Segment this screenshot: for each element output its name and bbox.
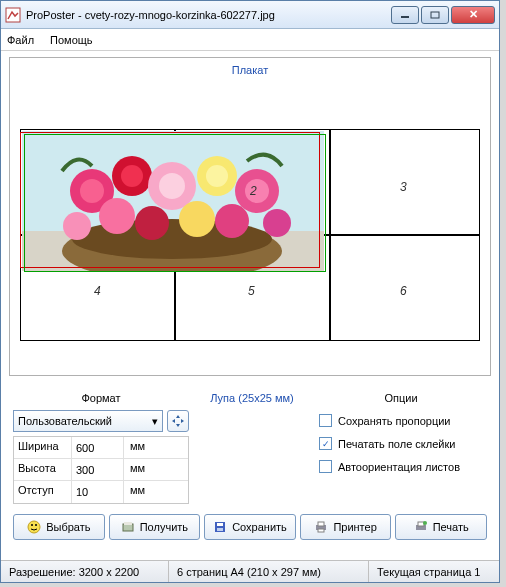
smiley-icon — [27, 520, 41, 534]
svg-point-25 — [35, 524, 37, 526]
svg-point-24 — [31, 524, 33, 526]
print-button[interactable]: Печать — [395, 514, 487, 540]
poster-image — [22, 131, 324, 271]
svg-rect-26 — [123, 524, 133, 531]
format-title: Формат — [13, 392, 189, 404]
svg-point-20 — [215, 204, 249, 238]
poster-label: Плакат — [12, 60, 488, 84]
menu-file[interactable]: Файл — [7, 34, 34, 46]
svg-point-22 — [263, 209, 291, 237]
status-current-page: Текущая страница 1 — [369, 561, 499, 582]
svg-rect-33 — [318, 529, 324, 532]
height-input[interactable] — [72, 459, 124, 480]
svg-rect-30 — [217, 528, 223, 531]
titlebar[interactable]: ProPoster - cvety-rozy-mnogo-korzinka-60… — [1, 1, 499, 29]
height-unit: мм — [124, 459, 151, 480]
options-title: Опции — [315, 392, 487, 404]
window-title: ProPoster - cvety-rozy-mnogo-korzinka-60… — [26, 9, 391, 21]
margin-label: Отступ — [14, 481, 72, 503]
svg-rect-0 — [6, 8, 20, 22]
margin-input[interactable] — [72, 481, 124, 503]
svg-point-12 — [159, 173, 185, 199]
cell-label-2: 2 — [250, 184, 257, 198]
svg-rect-2 — [431, 12, 439, 18]
format-combo-value: Пользовательский — [18, 415, 112, 427]
keep-ratio-option[interactable]: Сохранять пропорции — [319, 414, 487, 427]
auto-orient-option[interactable]: Автоориентация листов — [319, 460, 487, 473]
statusbar: Разрешение: 3200 x 2200 6 страниц A4 (21… — [1, 560, 499, 582]
print-glue-label: Печатать поле склейки — [338, 438, 455, 450]
width-input[interactable] — [72, 437, 124, 458]
poster-panel: Плакат — [9, 57, 491, 376]
cell-label-4: 4 — [94, 284, 101, 298]
chevron-down-icon: ▾ — [152, 415, 158, 428]
close-button[interactable]: ✕ — [451, 6, 495, 24]
svg-rect-32 — [318, 522, 324, 526]
svg-point-14 — [206, 165, 228, 187]
dimensions-table: Ширина мм Высота мм Отступ мм — [13, 436, 189, 504]
get-button[interactable]: Получить — [109, 514, 201, 540]
menubar: Файл Помощь — [1, 29, 499, 51]
checkbox-checked-icon: ✓ — [319, 437, 332, 450]
width-unit: мм — [124, 437, 151, 458]
keep-ratio-label: Сохранять пропорции — [338, 415, 451, 427]
app-icon — [5, 7, 21, 23]
svg-point-21 — [63, 212, 91, 240]
app-window: ProPoster - cvety-rozy-mnogo-korzinka-60… — [0, 0, 500, 583]
poster-grid[interactable]: 2 3 4 5 6 — [20, 84, 480, 359]
printer-icon — [314, 520, 328, 534]
checkbox-icon — [319, 414, 332, 427]
status-pages: 6 страниц A4 (210 x 297 мм) — [169, 561, 369, 582]
checkbox-icon — [319, 460, 332, 473]
svg-point-16 — [245, 179, 269, 203]
floppy-icon — [213, 520, 227, 534]
save-button[interactable]: Сохранить — [204, 514, 296, 540]
svg-point-23 — [28, 521, 40, 533]
svg-point-19 — [179, 201, 215, 237]
auto-orient-label: Автоориентация листов — [338, 461, 460, 473]
svg-point-10 — [121, 165, 143, 187]
height-label: Высота — [14, 459, 72, 480]
printer-button[interactable]: Принтер — [300, 514, 392, 540]
minimize-button[interactable] — [391, 6, 419, 24]
maximize-button[interactable] — [421, 6, 449, 24]
status-resolution: Разрешение: 3200 x 2200 — [1, 561, 169, 582]
cell-label-3: 3 — [400, 180, 407, 194]
choose-button[interactable]: Выбрать — [13, 514, 105, 540]
svg-point-18 — [135, 206, 169, 240]
svg-point-36 — [423, 521, 427, 525]
margin-unit: мм — [124, 481, 151, 503]
scanner-icon — [121, 520, 135, 534]
print-glue-option[interactable]: ✓ Печатать поле склейки — [319, 437, 487, 450]
move-icon — [171, 414, 185, 428]
loupe-label[interactable]: Лупа (25x25 мм) — [197, 392, 307, 404]
menu-help[interactable]: Помощь — [50, 34, 93, 46]
cell-label-6: 6 — [400, 284, 407, 298]
cell-label-5: 5 — [248, 284, 255, 298]
svg-point-8 — [80, 179, 104, 203]
format-move-button[interactable] — [167, 410, 189, 432]
svg-rect-27 — [124, 522, 132, 525]
svg-point-17 — [99, 198, 135, 234]
svg-rect-29 — [217, 523, 223, 526]
width-label: Ширина — [14, 437, 72, 458]
format-combo[interactable]: Пользовательский ▾ — [13, 410, 163, 432]
print-icon — [414, 520, 428, 534]
